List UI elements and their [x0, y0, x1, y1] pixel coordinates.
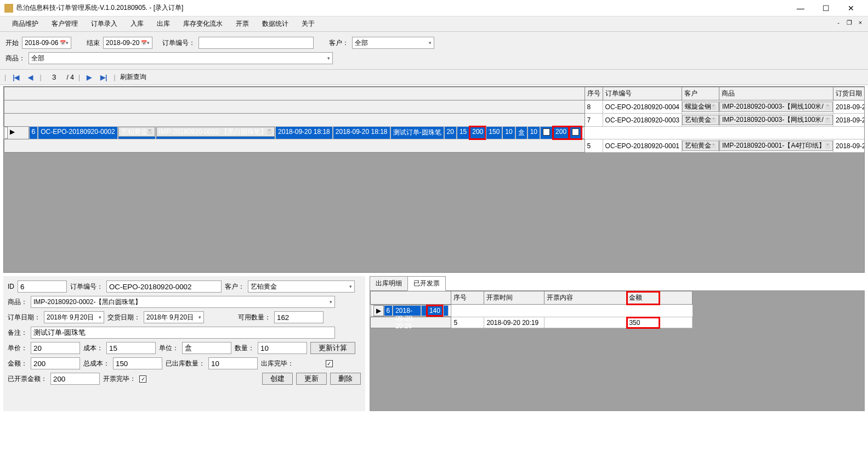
deliver-date-input[interactable]: 2018年 9月20日▾: [144, 311, 204, 323]
amt-input[interactable]: [31, 357, 80, 369]
menu-item[interactable]: 订单录入: [84, 17, 124, 31]
next-page-button[interactable]: ▶: [84, 74, 94, 81]
prod-select[interactable]: IMP-20180920-0002-【黑白圆珠笔】▾: [31, 296, 335, 308]
prod-cell-select[interactable]: IMP-20180920-0003-【网线100米/˅: [719, 115, 833, 125]
col-header[interactable]: 商品: [719, 87, 833, 100]
customer-select[interactable]: 全部▾: [352, 37, 434, 49]
qty-input[interactable]: [258, 342, 307, 354]
invoice-grid-wrap: 序号开票时间开票内容金额▶62018-09-20 20:2614052018-0…: [370, 290, 865, 411]
outqty-input[interactable]: [208, 357, 258, 369]
tcost-label: 总成本：: [83, 359, 110, 368]
table-row[interactable]: 7OC-EPO-20180920-0003 艺铂黄金˅ IMP-20180920…: [4, 114, 865, 127]
col-header[interactable]: 开票内容: [544, 291, 627, 305]
avail-input[interactable]: [274, 311, 324, 323]
menubar: 商品维护客户管理订单录入入库出库库存变化流水开票数据统计关于 - ❐ ×: [0, 16, 868, 32]
col-header[interactable]: 客户: [682, 87, 719, 100]
start-date-input[interactable]: 2018-09-06📅▾: [22, 37, 71, 49]
detail-form: ID 订单编号： 客户： 艺铂黄金▾ 商品： IMP-20180920-0002…: [3, 276, 365, 411]
amt-label: 金额：: [8, 359, 27, 368]
tab-invoices[interactable]: 已开发票: [407, 276, 446, 291]
cost-input[interactable]: [106, 342, 156, 354]
table-row[interactable]: 5OC-EPO-20180920-0001 艺铂黄金˅ IMP-20180920…: [4, 139, 865, 153]
first-page-button[interactable]: |◀: [10, 74, 21, 81]
end-label: 结束: [87, 38, 100, 48]
unit-label: 单位：: [159, 344, 179, 353]
page-input[interactable]: [46, 72, 63, 82]
mdi-minimize-icon[interactable]: -: [834, 19, 843, 27]
cust-cell-select[interactable]: 艺铂黄金˅: [118, 127, 155, 137]
update-button[interactable]: 更新: [296, 373, 327, 385]
invdone-cell-checkbox[interactable]: [572, 128, 579, 136]
mdi-restore-icon[interactable]: ❐: [845, 19, 854, 27]
avail-label: 可用数量：: [238, 313, 271, 322]
cust-select[interactable]: 艺铂黄金▾: [248, 280, 355, 293]
outdone-cell-checkbox[interactable]: [543, 128, 550, 136]
note-input[interactable]: [31, 327, 335, 339]
unit-input[interactable]: [182, 342, 231, 354]
titlebar: 邑泊信息科技-订单管理系统-V.1.0.20180905. - [录入订单] —…: [0, 0, 868, 16]
mdi-controls: - ❐ ×: [834, 19, 865, 27]
orders-grid[interactable]: 序号订单编号客户商品订货日期交货日期备注单价成本金额总成本数量单位已出库数量出库…: [3, 86, 865, 273]
col-header[interactable]: 订货日期: [833, 87, 865, 100]
tcost-input[interactable]: [113, 357, 162, 369]
recalc-button[interactable]: 更新计算: [310, 342, 355, 354]
product-label: 商品：: [5, 54, 25, 63]
prev-page-button[interactable]: ◀: [26, 74, 35, 81]
customer-label: 客户：: [329, 38, 349, 48]
close-button[interactable]: ✕: [838, 0, 864, 16]
menu-item[interactable]: 客户管理: [45, 17, 84, 31]
product-select[interactable]: 全部▾: [29, 52, 333, 64]
table-row[interactable]: 8OC-EPO-20180920-0004 螺旋金钢˅ IMP-20180920…: [4, 100, 865, 114]
cost-label: 成本：: [83, 344, 103, 353]
cust-cell-select[interactable]: 艺铂黄金˅: [682, 141, 719, 151]
col-header[interactable]: 开票时间: [484, 291, 544, 305]
refresh-button[interactable]: 刷新查询: [120, 72, 146, 82]
minimize-button[interactable]: —: [788, 0, 813, 16]
id-input[interactable]: [18, 280, 67, 293]
orderno-input[interactable]: [198, 37, 314, 49]
cust-cell-select[interactable]: 螺旋金钢˅: [682, 102, 719, 112]
menu-item[interactable]: 开票: [229, 17, 256, 31]
col-header[interactable]: 订单编号: [603, 87, 682, 100]
invdone-checkbox[interactable]: [139, 375, 146, 383]
order-date-input[interactable]: 2018年 9月20日▾: [44, 311, 104, 323]
price-input[interactable]: [31, 342, 80, 354]
table-row[interactable]: ▶62018-09-20 20:26140: [371, 305, 451, 317]
calendar-icon[interactable]: 📅▾: [141, 40, 150, 46]
menu-item[interactable]: 关于: [295, 17, 321, 31]
col-header[interactable]: 金额: [627, 291, 660, 305]
prod-label: 商品：: [8, 298, 27, 307]
end-date-input[interactable]: 2018-09-20📅▾: [103, 37, 152, 49]
orderno-label: 订单编号：: [162, 38, 195, 48]
last-page-button[interactable]: ▶|: [98, 74, 109, 81]
window-title: 邑泊信息科技-订单管理系统-V.1.0.20180905. - [录入订单]: [16, 3, 788, 13]
col-header[interactable]: 序号: [585, 87, 603, 100]
tab-outbound[interactable]: 出库明细: [370, 276, 408, 291]
mdi-close-icon[interactable]: ×: [856, 19, 865, 27]
delete-button[interactable]: 删除: [330, 373, 361, 385]
cust-label: 客户：: [225, 282, 245, 291]
calendar-icon[interactable]: 📅▾: [60, 40, 69, 46]
prod-cell-select[interactable]: IMP-20180920-0001-【A4打印纸】˅: [719, 141, 833, 151]
menu-item[interactable]: 入库: [124, 17, 150, 31]
table-row[interactable]: 52018-09-20 20:19350: [371, 317, 693, 328]
page-total: / 4: [67, 74, 74, 81]
qty-label: 数量：: [235, 344, 254, 353]
prod-cell-select[interactable]: IMP-20180920-0002-【黑白圆珠笔】˅: [156, 127, 275, 137]
cust-cell-select[interactable]: 艺铂黄金˅: [682, 115, 719, 125]
menu-item[interactable]: 商品维护: [5, 17, 45, 31]
invoice-grid[interactable]: 序号开票时间开票内容金额▶62018-09-20 20:2614052018-0…: [370, 291, 693, 328]
invamt-input[interactable]: [50, 373, 100, 385]
orderno-input[interactable]: [106, 280, 222, 293]
menu-item[interactable]: 数据统计: [256, 17, 295, 31]
col-header[interactable]: 序号: [451, 291, 484, 305]
invamt-label: 已开票金额：: [8, 374, 47, 384]
maximize-button[interactable]: ☐: [813, 0, 838, 16]
prod-cell-select[interactable]: IMP-20180920-0003-【网线100米/˅: [719, 102, 833, 112]
outdone-checkbox[interactable]: [326, 360, 333, 367]
paginator: | |◀ ◀ | / 4 | ▶ ▶| | 刷新查询: [0, 70, 868, 85]
create-button[interactable]: 创建: [262, 373, 293, 385]
menu-item[interactable]: 出库: [150, 17, 177, 31]
menu-item[interactable]: 库存变化流水: [177, 17, 229, 31]
table-row[interactable]: ▶ 6OC-EPO-20180920-0002 艺铂黄金˅ IMP-201809…: [4, 127, 585, 139]
